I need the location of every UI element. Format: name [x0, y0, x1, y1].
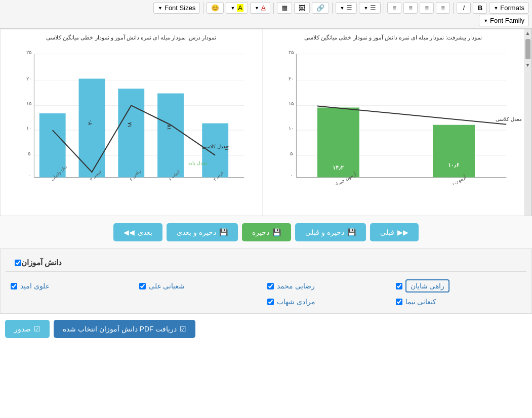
list-item: رضایی محمد: [267, 279, 393, 292]
student-name-4[interactable]: علوی امید: [20, 282, 50, 290]
svg-text:۲۵: ۲۵: [289, 50, 294, 55]
students-header-label: دانش آموزان: [21, 258, 62, 267]
svg-text:۱۰٫۶: ۱۰٫۶: [448, 162, 459, 168]
export-icon: ☑: [34, 325, 40, 333]
scroll-up[interactable]: ▲: [524, 29, 531, 37]
toolbar-sep-1: [453, 3, 454, 14]
indent-caret: ▼: [340, 6, 345, 11]
align-right-button[interactable]: ≡: [403, 2, 418, 14]
next-label: بعدی: [138, 228, 152, 236]
student-name-5[interactable]: کنعانی نیما: [405, 298, 437, 306]
svg-text:۱۸: ۱۸: [127, 122, 132, 128]
svg-text:۲۵: ۲۵: [26, 50, 31, 55]
export-button[interactable]: ☑ صدور: [5, 320, 50, 338]
formats-dropdown[interactable]: Formats ▼: [489, 2, 529, 14]
next-button[interactable]: بعدی ◀◀: [113, 223, 162, 241]
svg-text:۰: ۰: [290, 173, 292, 178]
right-chart-svg: ۲۵ ۲۰ ۱۵ ۱۰ ۵ ۰: [3, 44, 260, 185]
footer-buttons: ☑ دریافت PDF دانش آموزان انتخاب شده ☑ صد…: [0, 314, 532, 344]
font-color-caret: ▼: [255, 6, 259, 11]
prev-label: قبلی: [380, 228, 394, 236]
right-bar-3: [118, 89, 144, 177]
save-label: ذخیره: [252, 228, 269, 236]
align-center-button[interactable]: ≡: [420, 2, 434, 14]
svg-text:۱۰: ۱۰: [289, 126, 294, 131]
main-content: ▲ ▼ نمودار بیشرفت: نمودار میله ای نمره د…: [0, 29, 532, 344]
student-name-6[interactable]: مرادی شهاب: [277, 298, 315, 306]
font-sizes-dropdown[interactable]: Font Sizes ▼: [153, 2, 200, 14]
indent-icon: ☰: [346, 4, 352, 12]
svg-text:۵: ۵: [28, 151, 30, 156]
svg-text:۱۰: ۱۰: [26, 126, 31, 131]
bg-color-dropdown[interactable]: A ▼: [226, 2, 248, 14]
align-justify-button[interactable]: ≡: [387, 2, 401, 14]
svg-text:معدل کلاسی: معدل کلاسی: [496, 116, 521, 122]
formats-caret: ▼: [494, 6, 498, 11]
svg-text:۱۵: ۱۵: [26, 101, 31, 106]
student-name-1[interactable]: راهی شایان: [405, 279, 450, 292]
right-bar-4: [157, 94, 184, 178]
pdf-selected-button[interactable]: ☑ دریافت PDF دانش آموزان انتخاب شده: [54, 320, 195, 338]
svg-text:۱۴٫۲: ۱۴٫۲: [333, 164, 344, 171]
toolbar-sep-5: [203, 3, 203, 14]
left-chart-container: نمودار بیشرفت: نمودار میله ای نمره دانش …: [263, 29, 525, 216]
list-item: شعبانی علی: [139, 279, 265, 292]
student-name-2[interactable]: رضایی محمد: [277, 282, 315, 290]
left-chart-title: نمودار بیشرفت: نمودار میله ای نمره دانش …: [265, 34, 522, 41]
save-button[interactable]: 💾 ذخیره: [242, 223, 291, 241]
font-color-dropdown[interactable]: A ▼: [250, 2, 270, 14]
image-button[interactable]: 🖼: [294, 2, 310, 14]
save-next-button[interactable]: 💾 ذخیره و بعدی: [167, 223, 238, 241]
student-cb-4[interactable]: [11, 283, 17, 289]
scroll-thumb[interactable]: [525, 39, 530, 59]
export-label: صدور: [14, 325, 31, 333]
list-icon: ☰: [370, 4, 376, 12]
scrollbar[interactable]: ▲ ▼: [524, 29, 531, 216]
student-cb-5[interactable]: [396, 299, 402, 305]
student-cb-1[interactable]: [396, 283, 402, 289]
font-family-dropdown[interactable]: Font Family ▼: [479, 15, 529, 26]
student-name-3[interactable]: شعبانی علی: [149, 282, 185, 290]
prev-button[interactable]: ▶▶ قبلی: [370, 223, 419, 241]
list-item: کنعانی نیما: [396, 298, 522, 306]
student-cb-6[interactable]: [267, 299, 274, 305]
svg-text:۰: ۰: [28, 173, 30, 178]
bg-color-icon: A: [237, 4, 243, 12]
emoji-button[interactable]: 😊: [207, 2, 224, 14]
bg-color-caret: ▼: [230, 6, 235, 11]
right-chart-title: نمودار درس: نمودار میله ای نمره دانش آمو…: [3, 34, 260, 41]
font-family-caret: ▼: [483, 18, 488, 23]
svg-text:۵: ۵: [290, 151, 292, 156]
svg-text:۲۰: ۲۰: [289, 76, 294, 81]
right-chart-container: نمودار درس: نمودار میله ای نمره دانش آمو…: [1, 29, 263, 216]
students-grid: راهی شایان رضایی محمد شعبانی علی علوی ام…: [6, 277, 526, 308]
list-caret: ▼: [363, 6, 368, 11]
student-cb-2[interactable]: [267, 283, 274, 289]
scroll-down[interactable]: ▼: [524, 61, 531, 69]
font-sizes-caret: ▼: [158, 6, 162, 11]
save-prev-button[interactable]: 💾 ذخیره و قبلی: [295, 223, 366, 241]
save-prev-icon: 💾: [347, 228, 356, 236]
toolbar-sep-2: [384, 3, 384, 14]
pdf-selected-label: دریافت PDF دانش آموزان انتخاب شده: [63, 325, 177, 333]
link-button[interactable]: 🔗: [312, 2, 329, 14]
italic-button[interactable]: I: [457, 2, 471, 14]
svg-text:۲۰: ۲۰: [26, 76, 31, 81]
student-cb-3[interactable]: [139, 283, 146, 289]
toolbar: Formats ▼ B I ≡ ≡ ≡ ≡ ☰ ▼ ☰ ▼ 🔗 🖼 ▦ A ▼ …: [0, 0, 532, 29]
indent-dropdown[interactable]: ☰ ▼: [336, 2, 357, 14]
save-next-label: ذخیره و بعدی: [177, 228, 216, 236]
charts-wrapper: نمودار بیشرفت: نمودار میله ای نمره دانش …: [1, 29, 524, 216]
left-chart-svg: ۲۵ ۲۰ ۱۵ ۱۰ ۵ ۰: [265, 44, 522, 185]
svg-text:معدل کلاسی: معدل کلاسی: [202, 144, 229, 149]
bold-button[interactable]: B: [473, 2, 487, 14]
charts-area: ▲ ▼ نمودار بیشرفت: نمودار میله ای نمره د…: [0, 29, 532, 216]
font-family-label: Font Family: [490, 17, 524, 24]
prev-icon: ▶▶: [397, 228, 408, 236]
align-left-button[interactable]: ≡: [436, 2, 450, 14]
list-dropdown[interactable]: ☰ ▼: [359, 2, 381, 14]
save-next-icon: 💾: [219, 228, 228, 236]
pdf-icon: ☑: [180, 325, 186, 333]
table-button[interactable]: ▦: [277, 2, 292, 14]
students-all-checkbox[interactable]: [15, 260, 21, 266]
